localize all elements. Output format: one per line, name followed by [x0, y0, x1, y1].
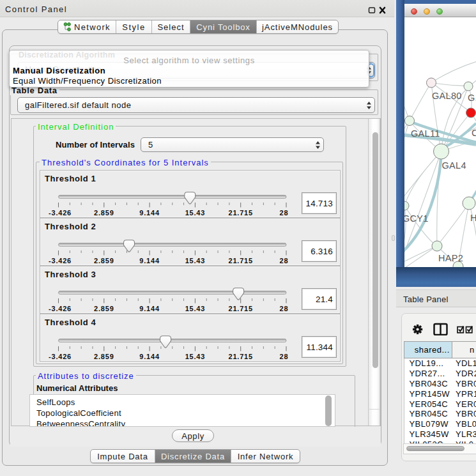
svg-text:15.43: 15.43 — [185, 257, 206, 265]
svg-text:28: 28 — [280, 209, 289, 217]
svg-text:-3.426: -3.426 — [49, 209, 72, 217]
svg-text:-3.426: -3.426 — [49, 305, 72, 312]
svg-text:21.715: 21.715 — [228, 209, 252, 217]
svg-text:-3.426: -3.426 — [49, 353, 72, 360]
svg-text:G.: G. — [468, 93, 476, 103]
svg-text:HAP2: HAP2 — [438, 253, 463, 263]
svg-text:2.859: 2.859 — [94, 209, 114, 217]
svg-text:GAL11: GAL11 — [411, 128, 440, 139]
svg-text:9.144: 9.144 — [139, 305, 160, 312]
svg-text:28: 28 — [280, 353, 289, 360]
svg-text:21.715: 21.715 — [228, 257, 252, 265]
svg-text:-3.426: -3.426 — [49, 257, 72, 265]
svg-text:21.715: 21.715 — [228, 305, 252, 312]
svg-text:15.43: 15.43 — [185, 353, 206, 360]
svg-text:9.144: 9.144 — [139, 209, 160, 217]
svg-text:9.144: 9.144 — [139, 353, 160, 360]
svg-text:28: 28 — [280, 257, 289, 265]
svg-text:GAL4: GAL4 — [442, 160, 466, 171]
svg-text:28: 28 — [280, 305, 289, 312]
svg-text:9.144: 9.144 — [139, 257, 160, 265]
svg-text:GAL80: GAL80 — [432, 91, 462, 101]
svg-text:2.859: 2.859 — [94, 257, 114, 265]
svg-text:H: H — [470, 213, 476, 223]
svg-text:C: C — [472, 128, 476, 138]
svg-text:15.43: 15.43 — [185, 209, 206, 217]
svg-text:GCY1: GCY1 — [404, 213, 429, 224]
svg-text:21.715: 21.715 — [228, 353, 252, 360]
svg-text:2.859: 2.859 — [94, 305, 114, 312]
svg-text:2.859: 2.859 — [94, 353, 114, 360]
svg-text:15.43: 15.43 — [185, 305, 206, 312]
